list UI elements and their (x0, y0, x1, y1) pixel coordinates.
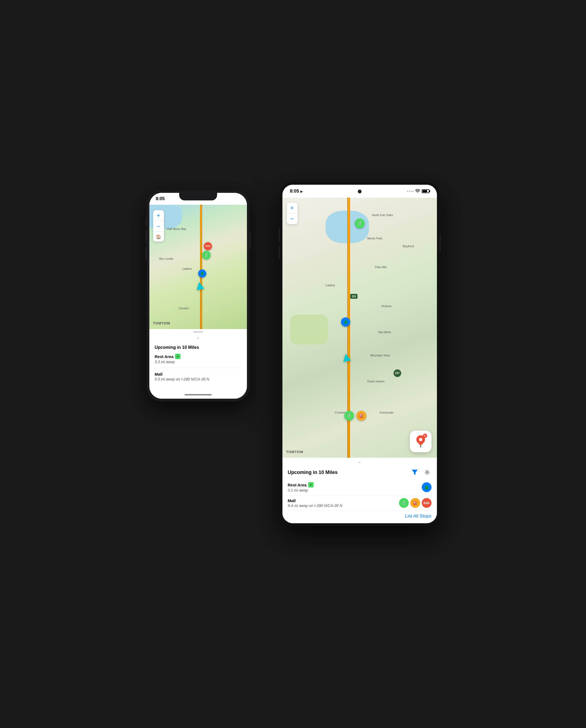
map-label-halfmoonbay: Half Moon Bay (167, 227, 186, 231)
marker-food-right-bottom[interactable]: 🍴 (344, 411, 354, 421)
marker-bnb[interactable]: B&B (204, 242, 212, 250)
right-vol-down[interactable] (278, 245, 280, 259)
zoom-out-left[interactable]: − (153, 221, 164, 232)
silent-switch (146, 217, 147, 226)
volume-down-button[interactable] (146, 247, 147, 259)
scene: 8:05 Half Moon Bay Sky Londa Ladera Cres… (147, 182, 440, 546)
sheet-handle-left[interactable] (149, 329, 247, 334)
dot3 (411, 191, 412, 192)
left-map-background: Half Moon Bay Sky Londa Ladera Creston B… (149, 205, 247, 329)
stop-row-rest-area-right[interactable]: Rest Area ✓ 3.1 mi away 🌲 (283, 479, 437, 495)
marker-park-left[interactable]: 🌲 (198, 269, 206, 278)
dot2 (409, 191, 410, 192)
stop-item-rest-area-left[interactable]: Rest Area ✓ 3.3 mi away (155, 354, 242, 368)
marker-food-right-top[interactable]: 🍴 (355, 218, 365, 228)
dot1 (407, 191, 408, 192)
right-time-container: 8:05 ▶ (290, 188, 303, 194)
signal-dots-icon (407, 191, 414, 192)
right-map-background: North Fair Oaks Menlo Park Bayfront Palo… (283, 198, 437, 458)
right-status-icons (407, 189, 429, 193)
stop-icons-rest-area: 🌲 (422, 483, 432, 492)
tomtom-logo-right: TomTom (286, 450, 303, 454)
zoom-controls-right: + − (287, 203, 298, 224)
tomtom-logo-left: TomTom (153, 321, 170, 325)
settings-button[interactable] (423, 468, 432, 477)
pin-hole (418, 437, 423, 442)
stop-item-mall-left[interactable]: Mall 9.5 mi away on I-280 N/CA-35 N (155, 372, 242, 385)
svg-point-2 (426, 471, 428, 473)
sheet-title-right: Upcoming in 10 Miles (288, 470, 338, 475)
map-label-ventura: Ventura (381, 305, 391, 308)
left-time: 8:05 (156, 196, 165, 202)
stop-icons-mall: 🍴 ⛽ B&B (399, 498, 432, 508)
battery-fill (422, 190, 428, 192)
dot4 (413, 191, 414, 192)
marker-food[interactable]: 🍴 (202, 251, 211, 259)
punch-hole-camera (358, 189, 362, 193)
food-icon-circle: 🍴 (399, 498, 409, 508)
home-indicator-left (149, 391, 247, 399)
right-vol-up[interactable] (278, 228, 280, 241)
gas-icon-circle: ⛽ (410, 498, 420, 508)
left-phone: 8:05 Half Moon Bay Sky Londa Ladera Cres… (147, 190, 250, 401)
filter-button[interactable] (410, 468, 419, 477)
green-area-right (290, 315, 328, 344)
zoom-controls-left: + − 🏠 (153, 210, 164, 241)
zoom-in-left[interactable]: + (153, 210, 164, 221)
fab-pin-container: + (416, 435, 425, 448)
nav-arrow-right (342, 353, 351, 362)
sheet-arrow-down-left: ⌄ (149, 334, 247, 342)
stop-name-rest-area-right: Rest Area ✓ (288, 482, 422, 488)
stop-name-mall-right: Mall (288, 498, 399, 503)
wifi-icon (415, 189, 420, 193)
left-map-area[interactable]: Half Moon Bay Sky Londa Ladera Creston B… (149, 205, 247, 329)
add-stop-fab[interactable]: + (410, 431, 432, 452)
road-shield-237: 237 (394, 369, 401, 377)
zoom-out-right[interactable]: − (287, 213, 298, 224)
map-label-paloalto: Palo Alto (375, 265, 387, 269)
home-bar-left (185, 394, 212, 395)
map-label-skylonda: Sky Londa (159, 257, 173, 260)
location-arrow-icon: ▶ (300, 189, 303, 193)
battery-icon (422, 189, 429, 193)
stop-dist-mall-left: 9.5 mi away on I-280 N/CA-35 N (155, 377, 242, 381)
stop-row-mall-right[interactable]: Mall 9.4 mi away on I-280 N/CA-35 N 🍴 ⛽ … (283, 495, 437, 511)
stop-dist-mall-right: 9.4 mi away on I-280 N/CA-35 N (288, 503, 399, 508)
bnb-icon-circle: B&B (422, 498, 432, 508)
right-map-area[interactable]: North Fair Oaks Menlo Park Bayfront Palo… (283, 198, 437, 458)
notch (179, 193, 217, 201)
marker-park-right[interactable]: 🌲 (341, 317, 350, 327)
volume-up-button[interactable] (146, 231, 147, 243)
right-power-btn[interactable] (440, 233, 441, 251)
map-label-sunnyvale: Sunnyvale (380, 411, 394, 414)
stop-info-mall-right: Mall 9.4 mi away on I-280 N/CA-35 N (288, 498, 399, 508)
stop-name-mall-left: Mall (155, 372, 242, 376)
stop-dist-rest-area-left: 3.3 mi away (155, 360, 242, 364)
stop-info-rest-area-right: Rest Area ✓ 3.1 mi away (288, 482, 422, 492)
map-label-mountainview: Mountain View (370, 354, 390, 357)
sheet-arrow-down-right: ⌄ (283, 458, 437, 466)
fab-inner: + (416, 435, 425, 448)
fab-plus-icon: + (423, 434, 427, 438)
list-all-button-container[interactable]: List All Stops (283, 511, 437, 523)
list-all-button[interactable]: List All Stops (405, 514, 431, 519)
svg-marker-1 (412, 470, 418, 475)
sheet-actions-right (410, 468, 432, 477)
check-icon-right: ✓ (308, 482, 314, 488)
zoom-in-right[interactable]: + (287, 203, 298, 213)
filter-icon (412, 470, 418, 475)
gear-icon (424, 469, 430, 475)
sheet-content-left: Upcoming in 10 Miles Rest Area ✓ 3.3 mi … (149, 342, 247, 391)
map-label-dutchhaven: Dutch Haven (367, 380, 385, 383)
map-label-creston-left: Creston (179, 307, 189, 310)
sheet-header-right: Upcoming in 10 Miles (283, 466, 437, 479)
marker-gas-right[interactable]: ⛽ (357, 411, 366, 421)
stop-dist-rest-area-right: 3.1 mi away (288, 488, 422, 492)
route-line-left (200, 205, 202, 329)
map-label-ladera-right: Ladera (325, 284, 335, 287)
park-icon-circle: 🌲 (422, 483, 432, 492)
home-location-left[interactable]: 🏠 (153, 232, 164, 241)
map-label-northfairoaks: North Fair Oaks (372, 213, 393, 217)
map-label-bayfront: Bayfront (403, 244, 414, 248)
power-button-left[interactable] (250, 231, 251, 250)
